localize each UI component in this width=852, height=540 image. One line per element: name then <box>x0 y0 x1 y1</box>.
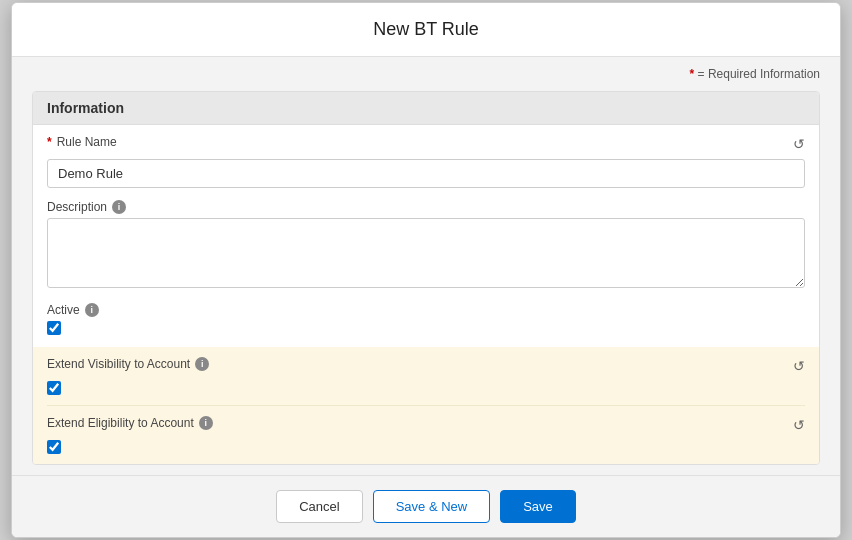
active-checkbox-wrap <box>47 321 805 335</box>
required-text: = Required Information <box>698 67 820 81</box>
rule-name-label-text: Rule Name <box>57 135 117 149</box>
modal-title: New BT Rule <box>373 19 479 39</box>
extend-eligibility-field: Extend Eligibility to Account i ↺ <box>47 405 805 464</box>
extend-visibility-checkbox-wrap <box>47 381 805 395</box>
modal-dialog: New BT Rule * = Required Information Inf… <box>11 2 841 538</box>
active-label: Active i <box>47 303 805 317</box>
active-label-text: Active <box>47 303 80 317</box>
highlighted-fields: Extend Visibility to Account i ↺ <box>33 347 819 464</box>
extend-visibility-header: Extend Visibility to Account i ↺ <box>47 357 805 375</box>
description-textarea[interactable] <box>47 218 805 288</box>
extend-visibility-reset-icon[interactable]: ↺ <box>793 358 805 374</box>
save-button[interactable]: Save <box>500 490 576 523</box>
information-section: Information * Rule Name ↺ <box>32 91 820 465</box>
extend-eligibility-info-icon[interactable]: i <box>199 416 213 430</box>
required-asterisk: * <box>690 67 695 81</box>
section-title: Information <box>33 92 819 125</box>
extend-visibility-field: Extend Visibility to Account i ↺ <box>47 347 805 405</box>
extend-eligibility-checkbox[interactable] <box>47 440 61 454</box>
rule-name-reset-icon[interactable]: ↺ <box>793 136 805 152</box>
section-body: * Rule Name ↺ Description i <box>33 125 819 464</box>
active-info-icon[interactable]: i <box>85 303 99 317</box>
extend-eligibility-reset-icon[interactable]: ↺ <box>793 417 805 433</box>
rule-name-field: * Rule Name ↺ <box>47 135 805 188</box>
active-checkbox[interactable] <box>47 321 61 335</box>
rule-name-input[interactable] <box>47 159 805 188</box>
save-new-button[interactable]: Save & New <box>373 490 491 523</box>
extend-eligibility-header: Extend Eligibility to Account i ↺ <box>47 416 805 434</box>
rule-name-header: * Rule Name ↺ <box>47 135 805 153</box>
extend-visibility-info-icon[interactable]: i <box>195 357 209 371</box>
description-label: Description i <box>47 200 805 214</box>
modal-header: New BT Rule <box>12 3 840 57</box>
description-field: Description i <box>47 200 805 291</box>
cancel-button[interactable]: Cancel <box>276 490 362 523</box>
extend-visibility-checkbox[interactable] <box>47 381 61 395</box>
active-field: Active i <box>47 303 805 335</box>
description-label-text: Description <box>47 200 107 214</box>
required-note: * = Required Information <box>32 67 820 81</box>
rule-name-required-star: * <box>47 135 52 149</box>
extend-visibility-label-text: Extend Visibility to Account <box>47 357 190 371</box>
modal-body: * = Required Information Information * R… <box>12 57 840 475</box>
extend-eligibility-label-text: Extend Eligibility to Account <box>47 416 194 430</box>
rule-name-label: * Rule Name <box>47 135 117 149</box>
modal-footer: Cancel Save & New Save <box>12 475 840 537</box>
extend-eligibility-label: Extend Eligibility to Account i <box>47 416 213 430</box>
extend-visibility-label: Extend Visibility to Account i <box>47 357 209 371</box>
description-info-icon[interactable]: i <box>112 200 126 214</box>
extend-eligibility-checkbox-wrap <box>47 440 805 454</box>
